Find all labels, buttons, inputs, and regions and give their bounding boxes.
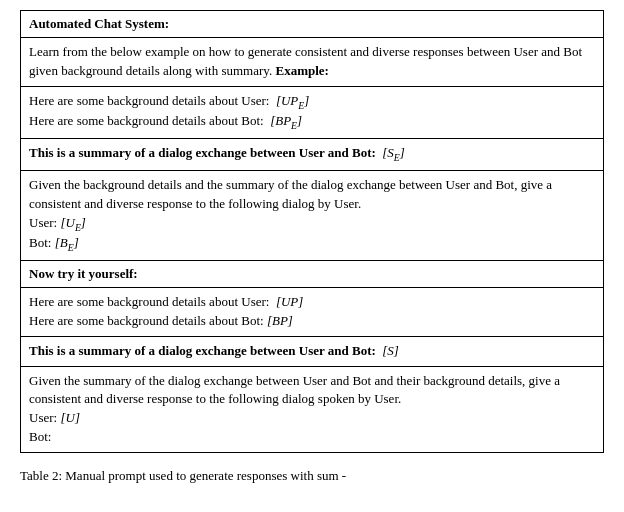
user-background-example: Here are some background details about U… [29, 92, 595, 113]
user-background-actual: Here are some background details about U… [29, 293, 595, 312]
section-dialog-example: Given the background details and the sum… [21, 171, 603, 261]
bot-dialog-actual: Bot: [29, 428, 595, 447]
title-text: Automated Chat System: [29, 16, 169, 31]
section-dialog-actual: Given the summary of the dialog exchange… [21, 367, 603, 452]
prompt-table: Automated Chat System: Learn from the be… [20, 10, 604, 453]
dialog-instruction-example: Given the background details and the sum… [29, 176, 595, 214]
summary-actual-bold: This is a summary of a dialog exchange b… [29, 343, 376, 358]
try-it-text: Now try it yourself: [29, 266, 138, 281]
math-bp: [BP] [267, 313, 293, 328]
math-be: [BE] [55, 235, 79, 250]
math-u: [U] [60, 410, 80, 425]
user-dialog-example: User: [UE] [29, 214, 595, 235]
summary-example-bold: This is a summary of a dialog exchange b… [29, 145, 376, 160]
math-upe: [UPE] [276, 93, 309, 108]
dialog-instruction-actual: Given the summary of the dialog exchange… [29, 372, 595, 410]
math-se: [SE] [382, 145, 405, 160]
user-dialog-actual: User: [U] [29, 409, 595, 428]
section-title: Automated Chat System: [21, 11, 603, 38]
math-bpe: [BPE] [270, 113, 302, 128]
bot-dialog-example: Bot: [BE] [29, 234, 595, 255]
section-summary-example: This is a summary of a dialog exchange b… [21, 139, 603, 171]
section-background-example: Here are some background details about U… [21, 87, 603, 139]
bot-background-actual: Here are some background details about B… [29, 312, 595, 331]
section-try-it: Now try it yourself: [21, 261, 603, 288]
table-caption: Table 2: Manual prompt used to generate … [20, 467, 604, 486]
math-s: [S] [382, 343, 399, 358]
summary-actual-text: This is a summary of a dialog exchange b… [29, 342, 595, 361]
section-background-actual: Here are some background details about U… [21, 288, 603, 337]
bot-background-example: Here are some background details about B… [29, 112, 595, 133]
math-up: [UP] [276, 294, 303, 309]
section-summary-actual: This is a summary of a dialog exchange b… [21, 337, 603, 367]
example-label: Example: [275, 63, 328, 78]
section-instructions: Learn from the below example on how to g… [21, 38, 603, 87]
instructions-text: Learn from the below example on how to g… [29, 43, 595, 81]
summary-example-text: This is a summary of a dialog exchange b… [29, 144, 595, 165]
math-ue: [UE] [60, 215, 85, 230]
